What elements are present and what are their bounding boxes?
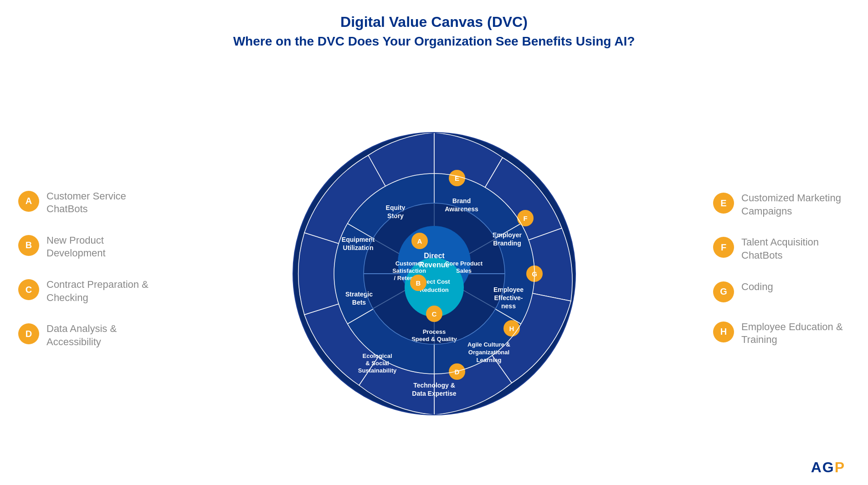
- badge-f: F: [713, 237, 734, 258]
- svg-text:Equity: Equity: [385, 204, 405, 211]
- svg-text:Effective-: Effective-: [494, 294, 523, 301]
- svg-text:Process: Process: [422, 328, 446, 335]
- svg-text:F: F: [523, 214, 527, 222]
- svg-text:Strategic: Strategic: [345, 291, 373, 298]
- svg-text:Satisfaction: Satisfaction: [392, 267, 426, 274]
- agp-logo: AGP: [811, 459, 845, 476]
- legend-right: E Customized Marketing Campaigns F Talen…: [704, 192, 850, 347]
- legend-text-h: Employee Education & Training: [741, 321, 850, 347]
- svg-text:Employer: Employer: [493, 231, 522, 239]
- svg-text:H: H: [509, 325, 514, 332]
- legend-item-b: B New Product Development: [18, 234, 155, 260]
- legend-item-f: F Talent Acquisition ChatBots: [713, 236, 850, 262]
- legend-item-d: D Data Analysis & Accessibility: [18, 322, 155, 348]
- diagram-container: Direct Revenue Direct Cost Reduction Cus…: [164, 105, 704, 433]
- badge-g: G: [713, 281, 734, 302]
- legend-left: A Customer Service ChatBots B New Produc…: [18, 190, 164, 349]
- legend-item-e: E Customized Marketing Campaigns: [713, 192, 850, 218]
- title-main: Digital Value Canvas (DVC): [233, 14, 635, 31]
- svg-text:Awareness: Awareness: [445, 205, 478, 213]
- legend-item-c: C Contract Preparation & Checking: [18, 278, 155, 304]
- dvc-svg: Direct Revenue Direct Cost Reduction Cus…: [279, 105, 589, 433]
- svg-text:A: A: [417, 237, 422, 245]
- svg-text:Brand: Brand: [452, 197, 470, 204]
- svg-text:Equipment: Equipment: [341, 236, 375, 243]
- legend-text-e: Customized Marketing Campaigns: [741, 192, 850, 218]
- svg-text:& Social: & Social: [365, 360, 389, 367]
- svg-text:Employee: Employee: [493, 286, 523, 293]
- title-section: Digital Value Canvas (DVC) Where on the …: [233, 14, 635, 49]
- badge-d: D: [18, 323, 39, 344]
- legend-text-d: Data Analysis & Accessibility: [46, 322, 155, 348]
- svg-text:Bets: Bets: [352, 299, 366, 306]
- title-sub: Where on the DVC Does Your Organization …: [233, 34, 635, 49]
- legend-item-g: G Coding: [713, 281, 850, 302]
- svg-text:Speed & Quality: Speed & Quality: [411, 336, 457, 342]
- svg-text:Sales: Sales: [456, 267, 472, 274]
- page-container: Digital Value Canvas (DVC) Where on the …: [0, 0, 868, 485]
- svg-text:ness: ness: [501, 302, 516, 310]
- legend-text-g: Coding: [741, 281, 773, 294]
- svg-text:C: C: [431, 310, 437, 318]
- badge-c: C: [18, 279, 39, 300]
- badge-h: H: [713, 322, 734, 342]
- legend-text-a: Customer Service ChatBots: [46, 190, 155, 216]
- svg-text:Sustainability: Sustainability: [358, 367, 396, 374]
- svg-text:Data Expertise: Data Expertise: [412, 390, 456, 397]
- svg-text:Organizational: Organizational: [468, 349, 509, 356]
- legend-text-f: Talent Acquisition ChatBots: [741, 236, 850, 262]
- svg-text:Branding: Branding: [493, 240, 521, 247]
- content-area: A Customer Service ChatBots B New Produc…: [18, 62, 850, 476]
- svg-text:Customer: Customer: [395, 260, 423, 267]
- agp-text-p: P: [835, 459, 845, 475]
- agp-text-ag: AG: [811, 459, 835, 475]
- badge-a: A: [18, 191, 39, 212]
- svg-text:Core Product: Core Product: [445, 260, 483, 267]
- svg-text:Technology &: Technology &: [413, 382, 455, 389]
- badge-b: B: [18, 235, 39, 256]
- legend-text-b: New Product Development: [46, 234, 155, 260]
- legend-item-h: H Employee Education & Training: [713, 321, 850, 347]
- badge-e: E: [713, 193, 734, 214]
- svg-text:B: B: [416, 279, 421, 287]
- legend-item-a: A Customer Service ChatBots: [18, 190, 155, 216]
- svg-text:Agile Culture &: Agile Culture &: [467, 341, 510, 348]
- svg-text:Direct: Direct: [424, 252, 445, 260]
- legend-text-c: Contract Preparation & Checking: [46, 278, 155, 304]
